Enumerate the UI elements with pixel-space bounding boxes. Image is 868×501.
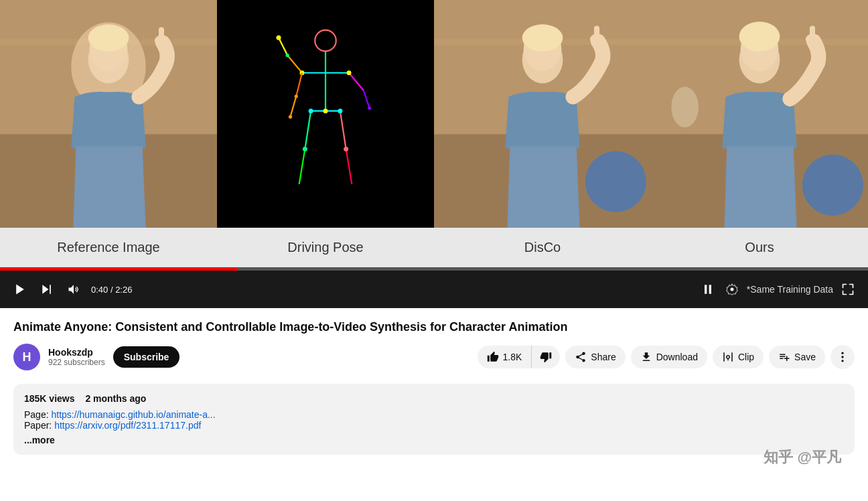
svg-line-19 <box>299 149 305 185</box>
description-stats: 185K views 2 months ago <box>24 393 844 404</box>
pause-button-right[interactable] <box>699 280 717 299</box>
svg-line-15 <box>349 73 364 90</box>
like-button[interactable]: 1.8K <box>478 346 532 368</box>
svg-line-31 <box>291 96 297 117</box>
thumbs-up-icon <box>487 351 499 363</box>
subscribe-button[interactable]: Subscribe <box>113 346 180 368</box>
svg-line-21 <box>346 149 352 185</box>
save-button[interactable]: Save <box>769 346 825 368</box>
like-count: 1.8K <box>503 352 522 362</box>
next-button[interactable] <box>38 280 56 299</box>
video-title: Animate Anyone: Consistent and Controlla… <box>13 319 855 336</box>
svg-marker-58 <box>69 285 74 293</box>
panel-labels-bar: Reference Image Driving Pose DisCo Ours <box>0 228 868 267</box>
svg-rect-60 <box>709 285 711 293</box>
svg-point-35 <box>368 106 371 110</box>
svg-point-26 <box>338 109 342 113</box>
page-url-link[interactable]: https://humanaigc.github.io/animate-a... <box>51 409 215 420</box>
channel-row: H Hookszdp 922 subscribers Subscribe 1.8… <box>13 344 855 370</box>
description-paper-line: Paper: https://arxiv.org/pdf/2311.17117.… <box>24 420 844 431</box>
fullscreen-button[interactable] <box>839 280 857 299</box>
svg-rect-42 <box>594 25 599 40</box>
svg-point-33 <box>289 115 292 119</box>
time-ago: 2 months ago <box>85 393 146 404</box>
svg-point-34 <box>286 54 289 57</box>
volume-button[interactable] <box>64 280 83 299</box>
svg-point-49 <box>671 87 699 128</box>
play-button[interactable] <box>11 280 29 299</box>
svg-rect-52 <box>810 25 815 40</box>
channel-subscribers: 922 subscribers <box>48 358 105 367</box>
channel-avatar[interactable]: H <box>13 344 40 370</box>
description-page-line: Page: https://humanaigc.github.io/animat… <box>24 409 844 420</box>
dislike-button[interactable] <box>532 346 560 368</box>
svg-line-20 <box>340 111 346 149</box>
download-label: Download <box>656 352 698 362</box>
download-icon <box>640 351 652 363</box>
clip-button[interactable]: Clip <box>713 346 764 368</box>
show-more-button[interactable]: ...more <box>24 435 55 445</box>
svg-rect-6 <box>159 27 164 42</box>
video-panels <box>0 0 868 228</box>
skeleton-figure <box>259 20 392 208</box>
video-panel-ours <box>651 0 868 228</box>
svg-point-61 <box>730 288 733 291</box>
video-panel-disco <box>434 0 651 228</box>
svg-point-63 <box>841 356 843 358</box>
settings-button[interactable] <box>723 280 741 299</box>
svg-point-25 <box>309 109 313 113</box>
action-buttons: 1.8K Share Download <box>478 345 855 369</box>
svg-point-54 <box>739 21 780 52</box>
thumbs-down-icon <box>540 351 552 363</box>
svg-point-64 <box>841 360 843 362</box>
save-icon <box>778 351 790 363</box>
video-panel-driving-pose <box>217 0 434 228</box>
view-count: 185K views <box>24 393 75 404</box>
svg-point-44 <box>522 24 563 52</box>
svg-point-24 <box>323 109 328 113</box>
watermark-text: *Same Training Data <box>747 284 833 295</box>
svg-marker-57 <box>42 285 48 293</box>
like-dislike-button[interactable]: 1.8K <box>478 346 561 368</box>
save-label: Save <box>794 352 816 362</box>
svg-point-62 <box>841 352 843 354</box>
svg-line-16 <box>364 90 370 108</box>
share-button[interactable]: Share <box>565 346 625 368</box>
svg-point-27 <box>303 147 307 151</box>
svg-point-8 <box>88 24 129 52</box>
paper-label: Paper: <box>24 420 52 431</box>
svg-line-18 <box>305 111 311 149</box>
svg-rect-56 <box>50 285 51 293</box>
panel-label-driving-pose: Driving Pose <box>217 228 434 267</box>
channel-name[interactable]: Hookszdp <box>48 347 105 358</box>
controls-bar: 0:40 / 2:26 *Same Training Data <box>0 271 868 308</box>
video-container: Reference Image Driving Pose DisCo Ours <box>0 0 868 308</box>
more-options-button[interactable] <box>830 345 855 369</box>
panel-label-ours: Ours <box>651 228 868 267</box>
svg-point-23 <box>347 70 352 75</box>
svg-point-39 <box>585 151 646 212</box>
svg-point-9 <box>315 30 336 52</box>
share-icon <box>575 351 587 363</box>
svg-line-30 <box>296 73 302 96</box>
download-button[interactable]: Download <box>631 346 707 368</box>
description-box: 185K views 2 months ago Page: https://hu… <box>13 384 855 455</box>
share-label: Share <box>591 352 616 362</box>
video-info: Animate Anyone: Consistent and Controlla… <box>0 308 868 376</box>
svg-point-28 <box>344 147 348 151</box>
channel-info: Hookszdp 922 subscribers <box>48 347 105 367</box>
clip-icon <box>722 351 734 363</box>
clip-label: Clip <box>738 352 754 362</box>
paper-url-link[interactable]: https://arxiv.org/pdf/2311.17117.pdf <box>54 420 201 431</box>
controls-right: *Same Training Data <box>699 280 857 299</box>
video-panel-reference <box>0 0 217 228</box>
svg-point-32 <box>295 94 298 98</box>
svg-line-13 <box>287 56 302 73</box>
page-label: Page: <box>24 409 49 420</box>
svg-rect-59 <box>705 285 707 293</box>
time-display: 0:40 / 2:26 <box>91 285 132 295</box>
svg-marker-55 <box>16 285 24 295</box>
svg-point-29 <box>277 35 281 40</box>
more-icon <box>836 350 849 364</box>
svg-line-14 <box>279 38 287 55</box>
